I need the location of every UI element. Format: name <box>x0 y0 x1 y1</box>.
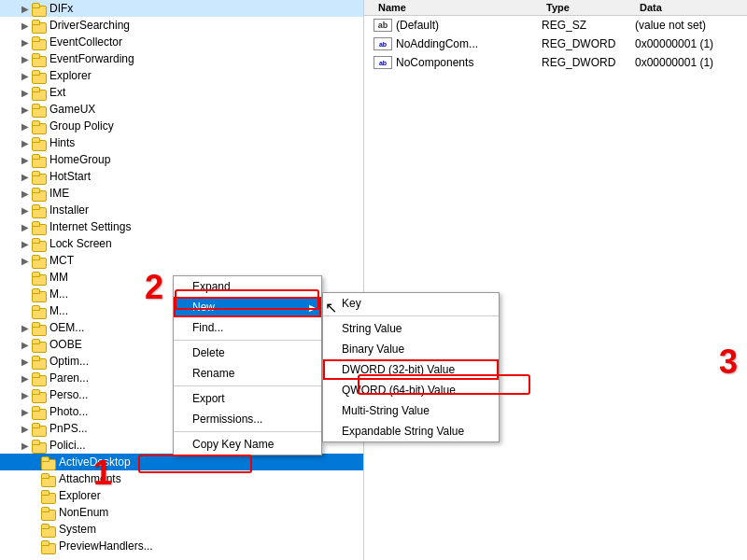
tree-arrow-icon[interactable]: ▶ <box>19 407 32 417</box>
tree-item[interactable]: ▶ EventForwarding <box>0 50 363 67</box>
tree-arrow-icon[interactable]: ▶ <box>19 441 32 451</box>
folder-icon <box>32 52 47 65</box>
tree-item-label: GameUX <box>49 103 95 116</box>
folder-icon <box>32 422 47 435</box>
tree-item[interactable]: ▶ Group Policy <box>0 118 363 134</box>
folder-icon <box>32 220 47 233</box>
value-name: abNoComponents <box>369 56 537 69</box>
folder-icon <box>32 371 47 385</box>
tree-item[interactable]: ▶ Ext <box>0 84 363 101</box>
registry-row[interactable]: abNoAddingCom... REG_DWORD 0x00000001 (1… <box>364 35 747 53</box>
submenu-item[interactable]: String Value <box>323 318 499 339</box>
tree-item[interactable]: Explorer <box>0 487 363 504</box>
folder-icon <box>32 287 47 301</box>
annotation-1: 1 <box>93 456 112 490</box>
tree-item-label: IME <box>49 187 69 200</box>
tree-item[interactable]: ▶ DIFx <box>0 0 363 17</box>
annotation-3: 3 <box>719 345 738 379</box>
tree-arrow-icon[interactable]: ▶ <box>19 189 32 199</box>
submenu-item[interactable]: DWORD (32-bit) Value <box>323 359 499 380</box>
context-menu-item[interactable]: Copy Key Name <box>174 434 321 455</box>
submenu-item[interactable]: Multi-String Value <box>323 400 499 421</box>
tree-arrow-icon[interactable]: ▶ <box>19 424 32 434</box>
tree-item-label: Paren... <box>49 371 89 385</box>
context-menu-item[interactable]: Expand <box>174 276 321 297</box>
tree-arrow-icon[interactable]: ▶ <box>19 54 32 64</box>
folder-icon <box>32 69 47 82</box>
context-menu-item[interactable]: New▶ <box>174 297 321 317</box>
tree-item-label: Hints <box>49 136 75 149</box>
tree-item[interactable]: ▶ HomeGroup <box>0 151 363 168</box>
submenu-item[interactable]: Expandable String Value <box>323 421 499 441</box>
folder-icon <box>32 19 47 32</box>
value-data: (value not set) <box>630 19 711 32</box>
tree-item[interactable]: ▶ HotStart <box>0 168 363 185</box>
tree-arrow-icon[interactable]: ▶ <box>19 357 32 367</box>
value-data: 0x00000001 (1) <box>630 56 718 69</box>
submenu-item[interactable]: Binary Value <box>323 339 499 359</box>
tree-item-label: Polici... <box>49 439 86 452</box>
tree-item[interactable]: ▶ Hints <box>0 134 363 151</box>
tree-arrow-icon[interactable]: ▶ <box>19 4 32 14</box>
tree-item[interactable]: ▶ IME <box>0 185 363 202</box>
tree-item[interactable]: NonEnum <box>0 504 363 521</box>
registry-row[interactable]: ab(Default) REG_SZ (value not set) <box>364 16 747 35</box>
tree-arrow-icon[interactable]: ▶ <box>19 88 32 98</box>
context-menu-item[interactable]: Rename <box>174 363 321 384</box>
tree-item[interactable]: PreviewHandlers... <box>0 538 363 554</box>
tree-item-label: EventCollector <box>49 35 122 49</box>
tree-arrow-icon[interactable]: ▶ <box>19 121 32 132</box>
tree-arrow-icon[interactable]: ▶ <box>19 105 32 115</box>
tree-arrow-icon[interactable]: ▶ <box>19 239 32 249</box>
tree-item-label: OEM... <box>49 321 84 334</box>
tree-item-label: Lock Screen <box>49 237 112 250</box>
context-menu-item[interactable]: Find... <box>174 317 321 338</box>
tree-arrow-icon[interactable]: ▶ <box>19 390 32 400</box>
registry-row[interactable]: abNoComponents REG_DWORD 0x00000001 (1) <box>364 53 747 72</box>
tree-arrow-icon[interactable]: ▶ <box>19 172 32 182</box>
menu-separator <box>174 431 321 432</box>
folder-icon <box>32 203 47 217</box>
value-type: REG_SZ <box>537 19 630 32</box>
tree-arrow-icon[interactable]: ▶ <box>19 205 32 216</box>
tree-arrow-icon[interactable]: ▶ <box>19 373 32 384</box>
tree-item[interactable]: System <box>0 521 363 538</box>
tree-item-label: M... <box>49 304 68 317</box>
tree-item[interactable]: ▶ Explorer <box>0 67 363 84</box>
tree-item[interactable]: ▶ GameUX <box>0 101 363 118</box>
submenu-item[interactable]: QWORD (64-bit) Value <box>323 380 499 400</box>
menu-separator <box>174 340 321 341</box>
context-menu-item[interactable]: Export <box>174 388 321 409</box>
context-menu-item[interactable]: Permissions... <box>174 409 321 429</box>
folder-icon <box>41 472 56 485</box>
tree-item[interactable]: ActiveDesktop <box>0 454 363 470</box>
tree-item[interactable]: ▶ DriverSearching <box>0 17 363 34</box>
tree-arrow-icon[interactable]: ▶ <box>19 155 32 165</box>
tree-item[interactable]: ▶ Installer <box>0 202 363 218</box>
submenu-item[interactable]: Key <box>323 293 499 314</box>
value-data: 0x00000001 (1) <box>630 37 718 50</box>
submenu-arrow-icon: ▶ <box>309 302 317 313</box>
folder-icon <box>32 136 47 149</box>
folder-icon <box>32 321 47 334</box>
folder-icon <box>32 170 47 183</box>
tree-arrow-icon[interactable]: ▶ <box>19 71 32 81</box>
context-menu-item[interactable]: Delete <box>174 343 321 363</box>
tree-item[interactable]: ▶ Internet Settings <box>0 218 363 235</box>
tree-item-label: DIFx <box>49 2 73 15</box>
folder-icon <box>32 388 47 401</box>
tree-arrow-icon[interactable]: ▶ <box>19 222 32 232</box>
tree-arrow-icon[interactable]: ▶ <box>19 37 32 48</box>
tree-arrow-icon[interactable]: ▶ <box>19 340 32 350</box>
tree-arrow-icon[interactable]: ▶ <box>19 138 32 148</box>
tree-item[interactable]: Attachments <box>0 470 363 487</box>
tree-item[interactable]: ▶ Lock Screen <box>0 235 363 252</box>
tree-item[interactable]: ▶ EventCollector <box>0 34 363 50</box>
tree-arrow-icon[interactable]: ▶ <box>19 21 32 31</box>
tree-item-label: Photo... <box>49 405 88 418</box>
tree-arrow-icon[interactable]: ▶ <box>19 256 32 266</box>
tree-item-label: MM <box>49 271 68 284</box>
tree-item[interactable]: ▶ MCT <box>0 252 363 269</box>
tree-item-label: Internet Settings <box>49 220 131 233</box>
tree-arrow-icon[interactable]: ▶ <box>19 323 32 333</box>
